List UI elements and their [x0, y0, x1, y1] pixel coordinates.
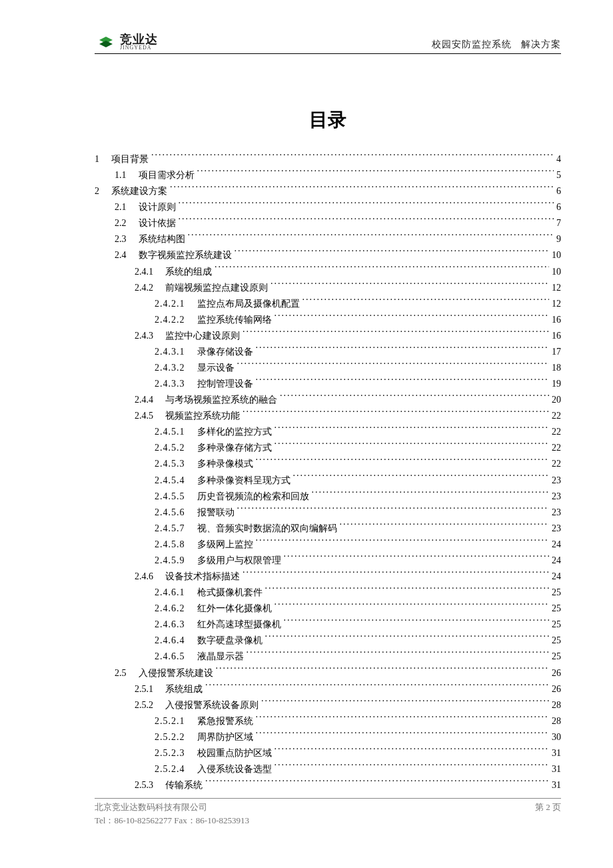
- toc-leader: [237, 506, 550, 515]
- toc-text: 监控系统传输网络: [197, 312, 272, 328]
- toc-page: 9: [556, 231, 561, 247]
- toc-leader: [293, 474, 550, 483]
- toc-text: 系统组成: [165, 681, 203, 697]
- toc-page: 31: [552, 745, 561, 761]
- toc-page: 7: [556, 215, 561, 231]
- toc-page: 4: [556, 151, 561, 167]
- toc-text: 多种录像模式: [197, 456, 253, 472]
- toc-page: 6: [556, 199, 561, 215]
- toc-leader: [340, 522, 550, 531]
- toc-text: 系统的组成: [165, 264, 212, 280]
- toc-text: 监控点布局及摄像机配置: [197, 296, 300, 312]
- toc-row: 2.4.5.6报警联动23: [95, 505, 561, 521]
- footer-page-number: 第 2 页: [535, 801, 561, 813]
- toc-row: 2.4.6.1枪式摄像机套件25: [95, 585, 561, 601]
- toc-text: 系统结构图: [139, 231, 185, 247]
- toc-number: 2.4.5.3: [155, 456, 185, 472]
- toc-row: 2.4.1系统的组成10: [95, 264, 561, 280]
- toc-page: 18: [552, 360, 561, 376]
- toc-row: 2.4.5视频监控系统功能22: [95, 408, 561, 424]
- toc-row: 2.5入侵报警系统建设26: [95, 665, 561, 681]
- toc-leader: [243, 409, 549, 419]
- toc-page: 25: [552, 649, 561, 665]
- toc-number: 2.4.3.1: [155, 344, 185, 360]
- toc-number: 2.2: [115, 215, 127, 231]
- toc-row: 2.4.5.2多种录像存储方式22: [95, 440, 561, 456]
- toc-leader: [205, 779, 549, 788]
- toc-leader: [280, 393, 549, 403]
- toc-number: 2.4.3.3: [155, 376, 185, 392]
- toc-leader: [275, 425, 550, 435]
- toc-number: 2.4.3: [135, 328, 153, 344]
- toc-row: 1项目背景4: [95, 151, 561, 167]
- toc-row: 2.4.3.3控制管理设备19: [95, 376, 561, 392]
- toc-page: 16: [552, 312, 561, 328]
- toc-leader: [303, 297, 550, 307]
- toc-leader: [188, 233, 554, 242]
- toc-row: 2.5.2入侵报警系统设备原则28: [95, 697, 561, 713]
- toc-number: 2.5.2.4: [155, 761, 185, 777]
- toc-number: 2.5.3: [135, 777, 153, 793]
- toc-leader: [265, 586, 550, 595]
- toc-page: 25: [552, 585, 561, 601]
- toc-page: 25: [552, 633, 561, 649]
- toc-page: 30: [552, 729, 561, 745]
- toc-row: 2.5.2.2周界防护区域30: [95, 729, 561, 745]
- toc-text: 历史音视频流的检索和回放: [197, 489, 309, 505]
- toc-page: 23: [552, 521, 561, 537]
- toc-text: 项目背景: [111, 151, 149, 167]
- toc-leader: [256, 715, 550, 724]
- toc-page: 5: [556, 167, 561, 183]
- toc-leader: [284, 554, 550, 563]
- toc-leader: [256, 538, 550, 547]
- toc-leader: [284, 618, 550, 627]
- footer-contact: Tel：86-10-82562277 Fax：86-10-8253913: [95, 815, 561, 827]
- toc-text: 校园重点防护区域: [197, 745, 272, 761]
- toc-page: 6: [556, 183, 561, 199]
- toc-page: 19: [552, 376, 561, 392]
- toc-leader: [179, 217, 554, 226]
- toc-leader: [312, 490, 550, 499]
- toc-text: 红外高速球型摄像机: [197, 617, 281, 633]
- toc-number: 2.5.2.3: [155, 745, 185, 761]
- toc-number: 2.5.2: [135, 697, 153, 713]
- page-footer: 北京竞业达数码科技有限公司 第 2 页 Tel：86-10-82562277 F…: [95, 798, 561, 827]
- toc-page: 10: [552, 247, 561, 263]
- toc-number: 2.4.5.1: [155, 424, 185, 440]
- toc-page: 22: [552, 440, 561, 456]
- toc-text: 视频监控系统功能: [165, 408, 240, 424]
- toc-text: 入侵报警系统建设: [139, 665, 213, 681]
- toc-row: 2.4.5.8多级网上监控24: [95, 537, 561, 553]
- toc-text: 视、音频实时数据流的双向编解码: [197, 521, 337, 537]
- toc-number: 2.3: [115, 231, 127, 247]
- toc-number: 2.4.6: [135, 569, 153, 585]
- toc-row: 2.4.3监控中心建设原则16: [95, 328, 561, 344]
- table-of-contents: 1项目背景41.1项目需求分析52系统建设方案62.1设计原则62.2设计依据7…: [95, 151, 561, 793]
- toc-number: 2.4.5.7: [155, 521, 185, 537]
- toc-leader: [261, 699, 549, 708]
- toc-number: 2.4.1: [135, 264, 153, 280]
- toc-leader: [256, 457, 550, 467]
- toc-row: 2.5.2.1紧急报警系统28: [95, 713, 561, 729]
- toc-row: 2.4.3.2显示设备18: [95, 360, 561, 376]
- toc-page: 22: [552, 408, 561, 424]
- toc-text: 红外一体化摄像机: [197, 601, 272, 617]
- toc-page: 23: [552, 505, 561, 521]
- toc-number: 2.4.2: [135, 280, 153, 296]
- toc-number: 2.4.6.1: [155, 585, 185, 601]
- toc-row: 2.4.4与考场视频监控系统的融合20: [95, 392, 561, 408]
- logo-icon: [95, 35, 117, 49]
- toc-row: 2.4.2.1监控点布局及摄像机配置12: [95, 296, 561, 312]
- toc-row: 2.5.2.4入侵系统设备选型31: [95, 761, 561, 777]
- toc-number: 1: [95, 151, 99, 167]
- toc-text: 入侵系统设备选型: [197, 761, 272, 777]
- toc-text: 系统建设方案: [111, 183, 167, 199]
- footer-company: 北京竞业达数码科技有限公司: [95, 801, 207, 813]
- svg-marker-1: [99, 41, 113, 47]
- toc-leader: [275, 441, 550, 451]
- toc-number: 2.5.1: [135, 681, 153, 697]
- toc-text: 设计依据: [139, 215, 176, 231]
- toc-text: 与考场视频监控系统的融合: [165, 392, 277, 408]
- toc-page: 28: [552, 713, 561, 729]
- toc-page: 26: [552, 665, 561, 681]
